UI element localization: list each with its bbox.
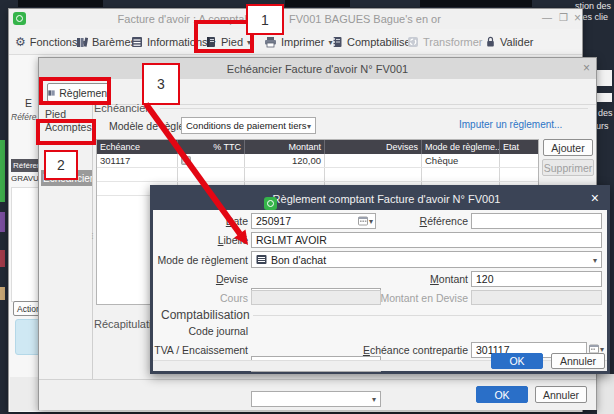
payment-mode-icon xyxy=(256,254,267,265)
background-rail-marker xyxy=(0,250,5,267)
chevron-down-icon: ▾ xyxy=(247,38,251,47)
col-header-devises: Devises xyxy=(325,140,422,154)
lock-icon xyxy=(485,36,496,48)
background-taskbar-block xyxy=(18,0,103,7)
background-text-fragment: des xyxy=(598,108,613,118)
table-row[interactable]: 301117 120,00 Chèque xyxy=(97,154,538,168)
scheduler-ok-button[interactable]: OK xyxy=(476,386,528,403)
toolbar-imprimer-button[interactable]: Imprimer▾ xyxy=(264,31,332,53)
cours-label: Cours xyxy=(153,292,248,304)
calendar-icon xyxy=(181,156,191,165)
toolbar-valider-button[interactable]: Valider xyxy=(485,31,533,53)
background-taskbar-block xyxy=(420,0,532,7)
tva-label: TVA / Encaissement xyxy=(153,344,248,356)
date-input[interactable]: 250917 ▾ xyxy=(251,213,376,229)
libelle-input[interactable]: RGLMT AVOIR xyxy=(251,232,602,248)
background-rail-marker xyxy=(0,287,5,300)
payment-cancel-button[interactable]: Annuler xyxy=(551,353,605,369)
notebook-icon xyxy=(205,36,217,48)
sidebar-item-echeancier[interactable]: Echéancier xyxy=(41,170,93,186)
model-select[interactable]: Conditions de paiement tiers ▾ xyxy=(181,117,316,134)
libelle-label: Libellé xyxy=(153,234,248,246)
info-stack-icon xyxy=(131,36,143,48)
ajouter-button[interactable]: Ajouter xyxy=(543,139,593,156)
close-icon[interactable]: × xyxy=(583,61,590,75)
cours-input xyxy=(251,290,381,305)
mode-reglement-select[interactable]: Bon d'achat ▾ xyxy=(251,251,602,268)
table-row xyxy=(97,168,538,182)
background-rail-marker xyxy=(0,212,5,232)
toolbar-baremes-button[interactable]: Barèmes xyxy=(76,31,136,53)
fragment-tab-label[interactable]: Référe xyxy=(11,112,37,122)
scheduler-titlebar: Echéancier Facture d'avoir N° FV001 × xyxy=(39,58,596,79)
transform-icon xyxy=(407,36,419,48)
montant-devise-input xyxy=(471,290,602,305)
tva-select[interactable]: ▾ xyxy=(251,391,381,407)
printer-icon xyxy=(264,36,277,48)
chevron-down-icon: ▾ xyxy=(307,121,311,130)
col-header-montant: Montant xyxy=(245,140,325,154)
montant-input[interactable]: 120 xyxy=(471,271,602,287)
date-label: Date xyxy=(153,215,248,227)
comptabilisation-section-label: Comptabilisation xyxy=(161,308,250,322)
window-title-right: FV001 BAGUES Bague's en or xyxy=(289,13,441,25)
sidebar-item-pied[interactable]: Pied xyxy=(45,108,66,120)
reglement-button[interactable]: Règlement xyxy=(47,83,111,102)
payment-dialog: Règlement comptant Facture d'avoir N° FV… xyxy=(150,185,610,374)
chevron-down-icon: ▾ xyxy=(593,255,597,264)
col-header-mode: Mode de règleme... xyxy=(422,140,500,154)
scheduler-cancel-button[interactable]: Annuler xyxy=(535,386,587,403)
toolbar-fonctions-button[interactable]: ⚙ Fonctions▾ xyxy=(15,31,85,53)
table-header-row: Echéance % TTC Montant Devises Mode de r… xyxy=(97,140,538,154)
toolbar-comptabiliser-button[interactable]: Comptabiliser xyxy=(331,31,414,53)
ledger-icon xyxy=(331,36,343,48)
background-window-sliver xyxy=(597,374,614,414)
toolbar-pied-button[interactable]: Pied▾ xyxy=(205,31,251,53)
section-rule xyxy=(160,108,588,109)
maximize-icon[interactable]: ❐ xyxy=(559,12,568,23)
echeancier-section-label: Echéancier xyxy=(94,102,149,114)
app-logo-icon xyxy=(13,12,26,25)
invoice-titlebar: Facture d'avoir : A comptabi FV001 BAGUE… xyxy=(9,9,582,29)
toolbar-informations-button[interactable]: Informations▾ xyxy=(131,31,216,53)
app-logo-icon xyxy=(264,197,277,210)
col-header-etat: Etat xyxy=(500,140,536,154)
section-rule xyxy=(253,315,602,316)
payment-ok-button[interactable]: OK xyxy=(491,353,543,369)
minimize-icon[interactable]: — xyxy=(542,12,552,23)
fragment-label: E xyxy=(25,97,32,109)
toolbar-separator xyxy=(195,32,196,50)
mode-reglement-label: Mode de règlement xyxy=(153,254,248,266)
chevron-down-icon: ▾ xyxy=(372,395,376,404)
close-icon[interactable]: × xyxy=(574,11,581,25)
impute-reglement-link[interactable]: Imputer un règlement... xyxy=(459,119,562,130)
scheduler-title: Echéancier Facture d'avoir N° FV001 xyxy=(227,63,408,75)
payment-book-icon xyxy=(48,88,55,98)
fragment-bottom-bar xyxy=(10,377,40,411)
reference-input[interactable] xyxy=(471,213,602,229)
screen: stion des ptes clie des urs Facture d'av… xyxy=(0,0,614,414)
fragment-table-cell: GRAVUR xyxy=(11,174,40,186)
payment-title: Règlement comptant Facture d'avoir N° FV… xyxy=(273,193,501,205)
devise-label: Devise xyxy=(153,273,248,285)
montant-devise-label: Montant en Devise xyxy=(363,292,468,304)
payment-titlebar: Règlement comptant Facture d'avoir N° FV… xyxy=(153,188,607,210)
background-text-fragment: urs xyxy=(596,121,609,131)
books-icon xyxy=(76,36,88,48)
toolbar-transformer-button[interactable]: Transformer xyxy=(407,31,483,53)
col-header-echeance: Echéance xyxy=(97,140,178,154)
supprimer-button[interactable]: Supprimer xyxy=(542,159,594,176)
fragment-column-header: Référen xyxy=(11,159,40,172)
reference-label: Référence xyxy=(363,215,468,227)
close-icon[interactable]: × xyxy=(591,190,599,206)
fragment-table-body xyxy=(11,187,40,302)
background-rail-marker xyxy=(0,140,5,202)
gear-icon: ⚙ xyxy=(15,35,26,49)
scheduler-sidebar: Pied Acomptes Echéancier xyxy=(39,105,92,379)
invoice-toolbar: ⚙ Fonctions▾ Barèmes Informations▾ Pied▾… xyxy=(9,29,582,55)
sidebar-item-acomptes[interactable]: Acomptes xyxy=(45,121,92,133)
window-title-left: Facture d'avoir : A comptabi xyxy=(109,13,253,25)
code-journal-label: Code journal xyxy=(153,325,248,337)
col-header-ttc: % TTC xyxy=(178,140,245,154)
montant-label: Montant xyxy=(363,273,468,285)
